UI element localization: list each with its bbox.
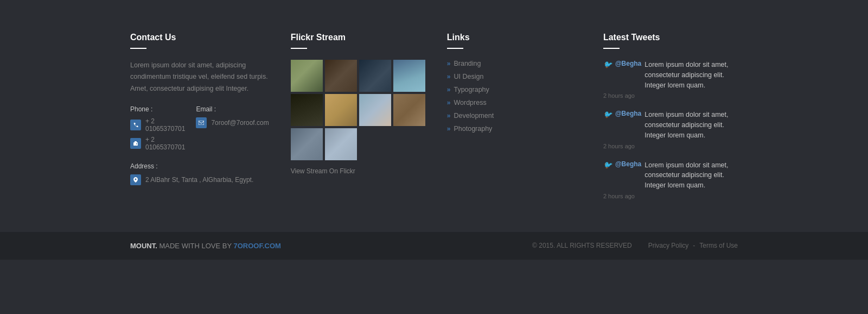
contact-description: Lorem ipsum dolor sit amet, adipiscing c… <box>130 60 269 95</box>
phone-column: Phone : + 2 01065370701 + 2 01065370701 <box>130 105 185 154</box>
address-label: Address : <box>130 162 269 170</box>
phone-label: Phone : <box>130 105 185 113</box>
flickr-photo-10[interactable] <box>325 128 357 160</box>
email-label: Email : <box>196 105 269 113</box>
link-ui-design[interactable]: UI Design <box>454 73 483 80</box>
tweet-time-3: 2 hours ago <box>603 193 738 199</box>
footer-links-separator: - <box>693 242 695 249</box>
tweet-username-3[interactable]: @Begha <box>615 160 641 168</box>
link-wordpress[interactable]: Wordpress <box>454 99 486 106</box>
tweet-text-1: Lorem ipsum dolor sit amet, consectetur … <box>644 60 738 90</box>
phone2-item: + 2 01065370701 <box>130 136 185 151</box>
chevron-icon-6: » <box>447 125 451 133</box>
twitter-icon-1: 🐦 <box>603 60 612 69</box>
flickr-photo-8[interactable] <box>393 94 425 126</box>
link-item-branding: » Branding <box>447 60 582 67</box>
link-item-typography: » Typography <box>447 86 582 93</box>
flickr-photo-1[interactable] <box>291 60 323 92</box>
contact-section: Contact Us Lorem ipsum dolor sit amet, a… <box>130 33 269 210</box>
email-icon <box>196 117 207 128</box>
flickr-divider <box>291 48 307 49</box>
flickr-photo-3[interactable] <box>359 60 391 92</box>
address-item: 2 AlBahr St, Tanta , AlGharbia, Egypt. <box>130 174 269 185</box>
tweet-username-2[interactable]: @Begha <box>615 110 641 117</box>
svg-rect-3 <box>199 121 204 125</box>
brand-sub: MADE WITH LOVE BY <box>159 242 231 250</box>
view-stream-link[interactable]: View Stream On Flickr <box>291 167 355 175</box>
tweet-header-2: 🐦 @Begha Lorem ipsum dolor sit amet, con… <box>603 110 738 140</box>
twitter-icon-2: 🐦 <box>603 110 612 119</box>
chevron-icon-5: » <box>447 112 451 120</box>
footer-bottom: MOUNT. MADE WITH LOVE BY 7OROOF.COM © 20… <box>0 232 868 260</box>
phone1-item: + 2 01065370701 <box>130 117 185 133</box>
tweet-item-1: 🐦 @Begha Lorem ipsum dolor sit amet, con… <box>603 60 738 99</box>
tweet-header-1: 🐦 @Begha Lorem ipsum dolor sit amet, con… <box>603 60 738 90</box>
chevron-icon-2: » <box>447 73 451 80</box>
links-title: Links <box>447 33 582 42</box>
links-list: » Branding » UI Design » Typography » Wo… <box>447 60 582 133</box>
flickr-title: Flickr Stream <box>291 33 425 42</box>
tweets-section: Latest Tweets 🐦 @Begha Lorem ipsum dolor… <box>603 33 738 210</box>
flickr-grid <box>291 60 425 160</box>
footer-right: © 2015. ALL RIGHTS RESERVED Privacy Poli… <box>532 242 738 249</box>
link-development[interactable]: Development <box>454 112 494 120</box>
phone-icon <box>130 120 141 130</box>
link-branding[interactable]: Branding <box>454 60 481 67</box>
flickr-photo-4[interactable] <box>393 60 425 92</box>
tweets-divider <box>603 48 620 49</box>
tweet-username-1[interactable]: @Begha <box>615 60 641 67</box>
terms-link[interactable]: Terms of Use <box>699 242 738 249</box>
flickr-photo-7[interactable] <box>359 94 391 126</box>
contact-title: Contact Us <box>130 33 269 42</box>
footer-main: Contact Us Lorem ipsum dolor sit amet, a… <box>0 0 868 232</box>
svg-rect-2 <box>136 143 137 145</box>
flickr-photo-2[interactable] <box>325 60 357 92</box>
link-item-ui-design: » UI Design <box>447 73 582 80</box>
footer-links: Privacy Policy - Terms of Use <box>648 242 738 249</box>
flickr-section: Flickr Stream <box>291 33 425 210</box>
email-column: Email : 7oroof@7oroof.com <box>196 105 269 154</box>
phone2-value: + 2 01065370701 <box>145 136 185 151</box>
tweet-header-3: 🐦 @Begha Lorem ipsum dolor sit amet, con… <box>603 160 738 191</box>
tweet-time-2: 2 hours ago <box>603 143 738 149</box>
link-item-wordpress: » Wordpress <box>447 99 582 106</box>
address-value: 2 AlBahr St, Tanta , AlGharbia, Egypt. <box>145 176 253 184</box>
links-section: Links » Branding » UI Design » Typograph… <box>447 33 582 210</box>
brand-name: MOUNT. <box>130 242 157 250</box>
footer-bottom-container: MOUNT. MADE WITH LOVE BY 7OROOF.COM © 20… <box>108 242 760 250</box>
links-divider <box>447 48 463 49</box>
chevron-icon-3: » <box>447 86 451 93</box>
footer-brand: MOUNT. MADE WITH LOVE BY 7OROOF.COM <box>130 242 281 250</box>
flickr-photo-6[interactable] <box>325 94 357 126</box>
tweets-title: Latest Tweets <box>603 33 738 42</box>
privacy-policy-link[interactable]: Privacy Policy <box>648 242 689 249</box>
tweet-item-3: 🐦 @Begha Lorem ipsum dolor sit amet, con… <box>603 160 738 199</box>
link-item-photography: » Photography <box>447 125 582 133</box>
tweet-time-1: 2 hours ago <box>603 92 738 99</box>
email-item: 7oroof@7oroof.com <box>196 117 269 128</box>
tweet-item-2: 🐦 @Begha Lorem ipsum dolor sit amet, con… <box>603 110 738 149</box>
link-item-development: » Development <box>447 112 582 120</box>
chevron-icon-4: » <box>447 99 451 106</box>
flickr-photo-5[interactable] <box>291 94 323 126</box>
svg-rect-1 <box>135 141 137 143</box>
location-icon <box>130 174 141 185</box>
contact-info-row: Phone : + 2 01065370701 + 2 01065370701 <box>130 105 269 154</box>
phone1-value: + 2 01065370701 <box>145 117 185 133</box>
flickr-photo-9[interactable] <box>291 128 323 160</box>
footer-container: Contact Us Lorem ipsum dolor sit amet, a… <box>108 33 760 210</box>
tweet-text-2: Lorem ipsum dolor sit amet, consectetur … <box>644 110 738 140</box>
link-photography[interactable]: Photography <box>454 125 492 133</box>
link-typography[interactable]: Typography <box>454 86 489 93</box>
address-section: Address : 2 AlBahr St, Tanta , AlGharbia… <box>130 162 269 185</box>
fax-icon <box>130 138 141 149</box>
twitter-icon-3: 🐦 <box>603 161 612 169</box>
email-value: 7oroof@7oroof.com <box>211 119 269 127</box>
contact-divider <box>130 48 146 49</box>
chevron-icon: » <box>447 60 451 67</box>
brand-link[interactable]: 7OROOF.COM <box>234 242 281 250</box>
footer-copyright: © 2015. ALL RIGHTS RESERVED <box>532 242 632 249</box>
tweet-text-3: Lorem ipsum dolor sit amet, consectetur … <box>644 160 738 191</box>
